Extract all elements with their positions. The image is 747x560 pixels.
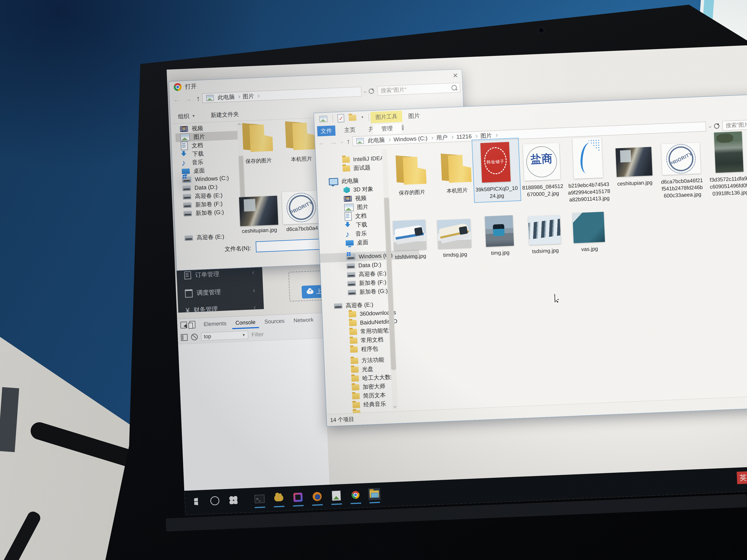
tree-item-新加卷 (G:)[interactable]: 新加卷 (G:) [347,286,388,297]
scroll-down-icon[interactable] [393,405,396,408]
device-toolbar-icon[interactable] [189,321,196,328]
running-indicator [274,506,284,507]
breadcrumb-item[interactable]: 图片 [481,132,492,140]
scroll-up-icon[interactable] [238,124,241,127]
back-icon[interactable]: ← [173,95,181,104]
file-name: ceshitupian.jpg [236,226,283,235]
folder-icon [439,153,473,183]
close-icon[interactable]: × [453,71,458,80]
devtools-tab-Elements[interactable]: Elements [200,317,230,330]
qat-picture-icon[interactable] [319,115,328,122]
up-icon[interactable]: ↑ [346,137,350,145]
forward-icon[interactable]: → [185,95,192,103]
sidebar-item-高迎春 (E:)[interactable]: 高迎春 (E:) [180,232,242,243]
breadcrumb-item[interactable]: 图片 [242,92,254,100]
tree-item-文档[interactable]: 文档 [344,211,367,221]
taskbar-intellij-icon[interactable] [292,491,304,504]
cloud-upload-icon [307,290,314,294]
explorer-search-box[interactable]: 搜索"图片" [722,119,747,131]
chevron-down-icon[interactable] [709,125,712,128]
drive-icon [334,303,342,309]
taskbar-explorer-icon[interactable] [368,488,381,500]
dialog-search-box[interactable]: 搜索"图片" [377,83,461,96]
devtools-tab-Sources[interactable]: Sources [261,315,288,328]
tree-item-桌面[interactable]: 桌面 [345,238,368,248]
order-icon [184,271,191,279]
taskbar-firefox-icon[interactable] [311,490,324,503]
picture-tools-tab[interactable]: 图片工具 [370,111,402,123]
new-folder-button[interactable]: 新建文件夹 [210,110,239,119]
back-icon[interactable]: ← [318,138,326,147]
tree-item-label: IntelliJ IDEA [353,155,384,163]
tree-item-label: 3D 对象 [353,185,374,193]
yen-icon: ¥ [186,307,190,314]
qat-properties-icon[interactable] [337,114,344,123]
clear-console-icon[interactable] [191,334,198,340]
tab-文件[interactable]: 文件 [317,126,335,136]
taskbar-terminal-icon[interactable]: >_ [253,492,266,505]
forward-icon[interactable]: → [330,138,337,146]
devtools-tab-Console[interactable]: Console [232,316,259,329]
refresh-icon[interactable] [714,123,720,129]
frame-context-select[interactable]: top ▼ [201,330,249,341]
taskbar-windows-icon[interactable] [192,495,205,508]
refresh-icon[interactable] [369,88,374,94]
tree-item-label: 光盘 [362,365,374,373]
tree-item-程序包[interactable]: 程序包 [350,344,378,354]
tree-item-视频[interactable]: 视频 [344,193,367,204]
tree-item-常用功能笔记[interactable]: 常用功能笔记 [349,326,394,337]
thumbnail-text: PRIORITY [664,143,698,175]
tree-item-哈工大大数据[interactable]: 哈工大大数据 [351,372,396,383]
inspect-element-icon[interactable] [180,322,187,328]
webapp-sidebar: 订单管理调度管理¥财务管理 [176,263,264,313]
tree-item-图片[interactable]: 图片 [344,202,369,212]
chevron-down-icon[interactable] [364,90,367,93]
music-icon: ♪ [345,230,353,238]
breadcrumb-item[interactable]: Windows (C:) [393,135,428,143]
tree-item-方法功能[interactable]: 方法功能 [351,355,384,366]
taskbar-taskview-icon[interactable] [227,494,240,506]
tree-item-面试题[interactable]: 面试题 [342,163,371,173]
chevron-down-icon[interactable] [340,140,343,143]
chevron-left-icon [253,289,256,292]
thumbnail-text: 盐商 [523,151,560,167]
file-thumbnail [572,212,605,243]
qat-newfolder-icon[interactable] [349,114,356,121]
breadcrumb-item[interactable]: 此电脑 [368,136,385,144]
running-indicator [369,502,380,503]
tree-item-label: 音乐 [355,230,367,238]
qat-customize-icon[interactable]: ▼ [361,115,364,119]
sidebar-item-财务管理[interactable]: ¥财务管理 [178,300,264,318]
organize-button[interactable]: 组织 [178,112,189,121]
file-name: 保存的图片 [390,188,434,197]
tree-item-3D 对象[interactable]: 3D 对象 [343,184,374,195]
breadcrumb-item[interactable]: 此电脑 [217,93,235,102]
tab-主页[interactable]: 主页 [339,124,360,135]
devtools-tab-Network[interactable]: Network [290,313,317,327]
sidebar-item-调度管理[interactable]: 调度管理 [177,284,263,301]
taskbar-imageviewer-icon[interactable] [330,489,343,502]
tree-item-label: 程序包 [361,345,378,353]
breadcrumb-item[interactable]: 用户 [436,133,448,141]
up-icon[interactable]: ↑ [196,94,200,103]
tree-item-label: 经典音乐 [363,400,386,408]
console-filter-input[interactable]: Filter [252,331,264,338]
taskbar-cortana-icon[interactable] [209,495,221,507]
taskbar-netdisk-icon[interactable] [273,492,285,505]
drive-icon [182,185,191,191]
tree-item-IntelliJ IDEA[interactable]: IntelliJ IDEA [342,154,384,164]
drive-icon [183,202,191,208]
tree-item-下载[interactable]: 下载 [345,220,367,230]
breadcrumb-item[interactable]: 11216 [456,133,472,140]
taskbar-chrome-icon[interactable] [349,489,362,501]
tree-item-经典音乐[interactable]: 经典音乐 [353,399,386,410]
drive-icon [346,263,355,269]
tree-item-音乐[interactable]: ♪音乐 [345,229,367,239]
console-sidebar-icon[interactable] [181,334,188,341]
ime-indicator[interactable]: 英 [737,471,747,484]
tab-管理[interactable]: 管理 [372,123,402,134]
tree-item-此电脑[interactable]: 此电脑 [329,176,359,186]
tree-item-光盘[interactable]: 光盘 [351,364,374,374]
video-icon [344,196,352,202]
tree-item-常用文档[interactable]: 常用文档 [350,335,384,345]
